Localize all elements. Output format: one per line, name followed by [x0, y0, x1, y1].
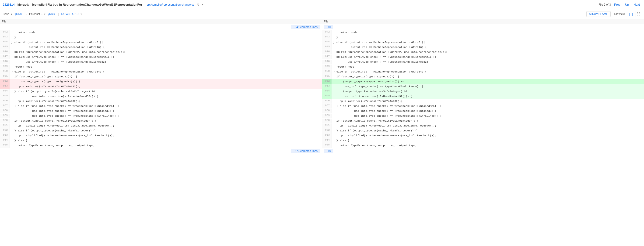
line-number: 945 — [322, 45, 332, 50]
line-content: DCHECK(use_info.type_check() == TypeChec… — [10, 55, 322, 59]
line-number: 951 — [0, 74, 10, 79]
table-row: 965 return TypeErrorr(node, output_rep, … — [322, 143, 644, 148]
table-row: 958 use_info.type_check() == TypeCheckKi… — [0, 109, 322, 114]
top-header: 2826114 Merged: [compiler] Fix bug in Re… — [0, 0, 644, 9]
table-row: 958 use_info.type_check() == TypeCheckKi… — [322, 109, 644, 114]
patchset-dropdown-icon[interactable]: ▼ — [44, 13, 46, 16]
line-content: return TypeErrorr(node, output_rep, outp… — [10, 143, 322, 148]
table-row: 950} else if (output_rep == MachineRepre… — [0, 69, 322, 74]
file-path[interactable]: src/compiler/representation-change.cc — [147, 3, 194, 6]
line-content: op = simplified()->CheckedInt64ToInt32(u… — [10, 133, 322, 138]
line-content: } else if (output_rep == MachineRepresen… — [332, 40, 644, 45]
table-row: 946 DCHECK_EQ(MachineRepresentation::kWo… — [322, 50, 644, 55]
line-content: return node; — [332, 65, 644, 69]
col-headers: File File — [0, 19, 644, 24]
line-number: 950 — [0, 69, 10, 74]
line-content: DCHECK(use_info.type_check() == TypeChec… — [332, 55, 644, 59]
table-row: 962 } else if (output_type.Is(cache_->kS… — [0, 128, 322, 133]
file-indicator: File 2 of 3 — [598, 3, 611, 6]
line-content: } else { — [10, 138, 322, 143]
line-content: if (output_type.Is(Type::Signed32()) || — [10, 74, 322, 79]
line-number: 951 — [322, 74, 332, 79]
download-dropdown-icon[interactable]: ▼ — [80, 13, 82, 16]
line-content: } else if (use_info.type_check() == Type… — [332, 104, 644, 108]
line-number: 961 — [322, 124, 332, 128]
show-blame-btn[interactable]: SHOW BLAME — [586, 11, 610, 17]
line-number: 949 — [0, 65, 10, 69]
line-number: 965 — [322, 143, 332, 148]
line-content: (output_type.Is(cache_->kSafeInteger) && — [332, 89, 644, 94]
line-content: op = simplified()->CheckedInt64ToInt32(u… — [332, 133, 644, 138]
diff-split-icon[interactable]: ◫ — [628, 11, 634, 17]
diff-unified-icon[interactable]: ☷ — [636, 11, 641, 17]
table-row: 946 DCHECK_EQ(MachineRepresentation::kWo… — [0, 50, 322, 55]
table-row: 959 use_info.type_check() == TypeCheckKi… — [0, 114, 322, 118]
table-row: 951 if (output_type.Is(Type::Signed32())… — [322, 74, 644, 79]
download-btn[interactable]: DOWNLOAD — [61, 12, 79, 16]
table-row: 961 op = simplified()->CheckedUint64ToIn… — [0, 124, 322, 128]
line-content: use_info.type_check() == TypeCheckKind::… — [332, 114, 644, 118]
line-content: use_info.type_check() == TypeCheckKind::… — [10, 60, 322, 64]
nav-prev[interactable]: Prev — [613, 2, 622, 7]
line-number: 942 — [322, 30, 332, 35]
line-number: 964 — [322, 138, 332, 143]
line-number: 955 — [322, 94, 332, 99]
table-row: 954 (output_type.Is(cache_->kSafeInteger… — [322, 89, 644, 94]
line-content: } else if (output_type.Is(cache_->kSafeI… — [10, 128, 322, 133]
table-row: 964 } else { — [322, 138, 644, 143]
line-number: 958 — [0, 109, 10, 113]
path-dropdown-icon[interactable]: ▼ — [202, 3, 204, 6]
line-number: 953 — [0, 84, 10, 89]
col-header-left: File — [0, 19, 322, 24]
line-content: } else { — [332, 138, 644, 143]
common-lines-top-left-btn[interactable]: +941 common lines — [291, 25, 320, 29]
line-number: 960 — [322, 118, 332, 123]
commit-id[interactable]: 2826114 — [3, 3, 15, 6]
line-content: return node; — [332, 30, 644, 35]
line-number: 956 — [0, 99, 10, 104]
nav-next[interactable]: Next — [632, 2, 641, 7]
line-number: 954 — [322, 89, 332, 94]
line-content: } else if (output_type.Is(cache_->kSafeI… — [332, 128, 644, 133]
table-row: 944} else if (output_rep == MachineRepre… — [322, 40, 644, 45]
nav-up[interactable]: Up — [624, 2, 630, 7]
line-content: use_info.type_check() == TypeCheckKind::… — [332, 60, 644, 64]
line-content: op = machine()->TruncateInt64ToInt32(); — [10, 99, 322, 104]
line-number: 958 — [322, 109, 332, 113]
table-row: 943 } — [0, 35, 322, 40]
line-number: 957 — [0, 104, 10, 108]
table-row: 942 return node; — [322, 30, 644, 35]
line-number: 952 — [322, 79, 332, 84]
line-number: 961 — [0, 124, 10, 128]
gitiles-left-link[interactable]: gitiles — [14, 12, 23, 16]
table-row: 947 DCHECK(use_info.type_check() == Type… — [0, 55, 322, 60]
gitiles-right-link[interactable]: gitiles — [47, 12, 56, 16]
bar-sep: | — [58, 12, 59, 16]
copy-icon[interactable]: ⧉ — [197, 3, 199, 7]
common-lines-bottom-left-btn[interactable]: +573 common lines — [291, 149, 320, 153]
table-row: 957 } else if (use_info.type_check() == … — [322, 104, 644, 109]
line-content: } else if (use_info.type_check() == Type… — [10, 104, 322, 108]
line-number: 949 — [322, 65, 332, 69]
line-number: 957 — [322, 104, 332, 108]
line-number: 948 — [322, 60, 332, 64]
diff-view-label: Diff view: — [614, 12, 626, 16]
line-number: 959 — [322, 114, 332, 118]
line-number: 960 — [0, 118, 10, 123]
table-row: 943 } — [322, 35, 644, 40]
table-row: 952 (output_type.Is(Type::Unsigned32()) … — [322, 79, 644, 84]
line-content: if (output_type.Is(Type::Signed32()) || — [332, 74, 644, 79]
line-content: return TypeErrorr(node, output_rep, outp… — [332, 143, 644, 148]
base-dropdown-icon[interactable]: ▼ — [10, 13, 12, 16]
line-content: output_rep == MachineRepresentation::kWo… — [10, 45, 322, 50]
line-number: 954 — [0, 89, 10, 94]
line-number: 950 — [322, 69, 332, 74]
second-bar: Base ▼ gitiles → Patchset 3 ▼ gitiles | … — [0, 9, 644, 19]
table-row: 948 use_info.type_check() == TypeCheckKi… — [322, 60, 644, 65]
table-row: 945 output_rep == MachineRepresentation:… — [0, 45, 322, 50]
table-row: 964 } else { — [0, 138, 322, 143]
common-lines-bottom-right-btn[interactable]: +10 — [324, 149, 333, 153]
common-lines-top-right-btn[interactable]: +10 — [324, 25, 333, 29]
table-row: 955 use_info.truncation().IsUsedAsWord32… — [322, 94, 644, 99]
line-content: return node; — [10, 30, 322, 35]
